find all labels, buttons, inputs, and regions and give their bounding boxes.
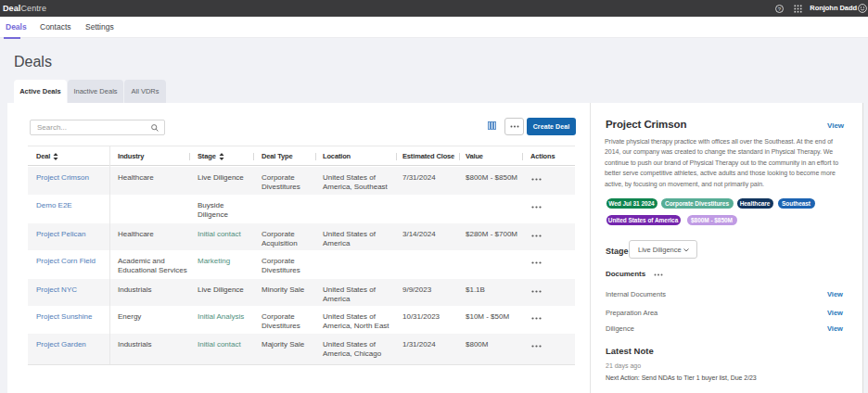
svg-text:?: ?: [778, 6, 782, 12]
